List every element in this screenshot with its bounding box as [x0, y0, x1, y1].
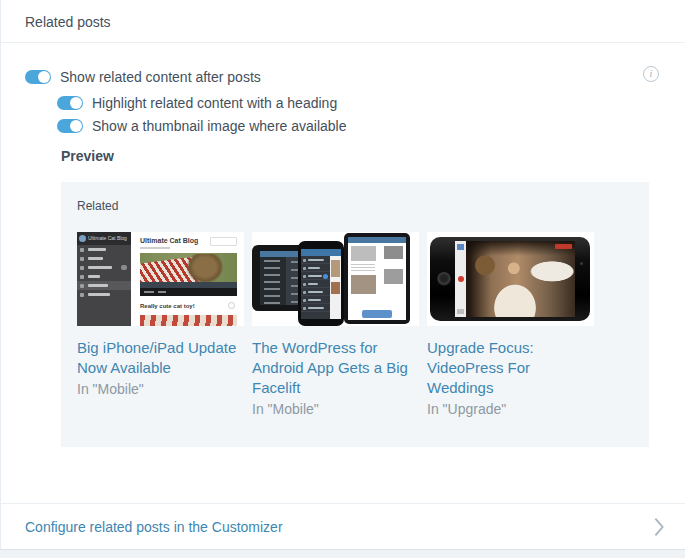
chevron-right-icon[interactable]: [653, 517, 665, 537]
related-heading: Related: [77, 199, 633, 213]
highlight-heading-label[interactable]: Highlight related content with a heading: [92, 95, 337, 111]
show-related-content-label[interactable]: Show related content after posts: [60, 69, 261, 85]
related-posts-row: Ultimate Cat Blog Ultimate Cat Blog: [77, 232, 633, 417]
related-posts-settings-card: Related posts Show related content after…: [0, 0, 685, 550]
sub-settings: Highlight related content with a heading…: [57, 95, 625, 134]
show-thumbnail-label[interactable]: Show a thumbnail image where available: [92, 118, 346, 134]
related-post-item: The WordPress for Android App Gets a Big…: [252, 232, 419, 417]
show-thumbnail-row: Show a thumbnail image where available: [57, 118, 625, 134]
thumb-admin-sidebar: Ultimate Cat Blog: [77, 232, 131, 326]
info-icon[interactable]: [643, 66, 659, 82]
related-post-context: In "Mobile": [77, 381, 244, 397]
thumb-record-dot: [458, 276, 464, 282]
thumb-site-name: Ultimate Cat Blog: [77, 232, 131, 245]
related-post-context: In "Upgrade": [427, 401, 594, 417]
thumb-phone: [298, 241, 344, 326]
related-post-context: In "Mobile": [252, 401, 419, 417]
post-thumbnail-android-devices: [252, 232, 419, 326]
footer-row: Configure related posts in the Customize…: [1, 503, 685, 550]
related-post-item: Ultimate Cat Blog Ultimate Cat Blog: [77, 232, 244, 417]
thumb-nav-bar: [140, 288, 237, 296]
highlight-heading-toggle[interactable]: [57, 96, 83, 110]
highlight-heading-row: Highlight related content with a heading: [57, 95, 625, 111]
preview-label: Preview: [61, 148, 685, 164]
thumb-tablet-right: [344, 233, 410, 324]
post-thumbnail-iphone-video: [427, 232, 594, 326]
thumb-rec-timer: [555, 244, 572, 249]
settings-section: Show related content after posts Highlig…: [1, 43, 685, 134]
configure-customizer-link[interactable]: Configure related posts in the Customize…: [25, 519, 283, 535]
thumb-wedding-video: [455, 241, 575, 317]
related-post-item: Upgrade Focus: VideoPress For Weddings I…: [427, 232, 594, 417]
related-posts-preview-panel: Related Ultimate Cat Blog Ultimate: [61, 182, 649, 447]
thumb-home-button: [437, 272, 451, 286]
thumb-cat-photo: [140, 253, 237, 288]
related-post-title: The WordPress for Android App Gets a Big…: [252, 338, 419, 398]
main-toggle-row: Show related content after posts: [25, 69, 625, 85]
thumb-iphone: [430, 237, 590, 321]
show-related-content-toggle[interactable]: [25, 70, 51, 84]
thumb-post-title: Really cute cat toy!: [140, 303, 195, 309]
thumb-blog-title: Ultimate Cat Blog: [140, 237, 198, 244]
section-title: Related posts: [1, 0, 685, 43]
thumb-search-box: [210, 237, 237, 246]
show-thumbnail-toggle[interactable]: [57, 119, 83, 133]
post-thumbnail-wordpress-admin: Ultimate Cat Blog Ultimate Cat Blog: [77, 232, 244, 326]
related-post-title: Big iPhone/iPad Update Now Available: [77, 338, 244, 378]
thumb-blog-page: Ultimate Cat Blog Really cute cat toy!: [131, 232, 244, 326]
related-post-title: Upgrade Focus: VideoPress For Weddings: [427, 338, 594, 398]
